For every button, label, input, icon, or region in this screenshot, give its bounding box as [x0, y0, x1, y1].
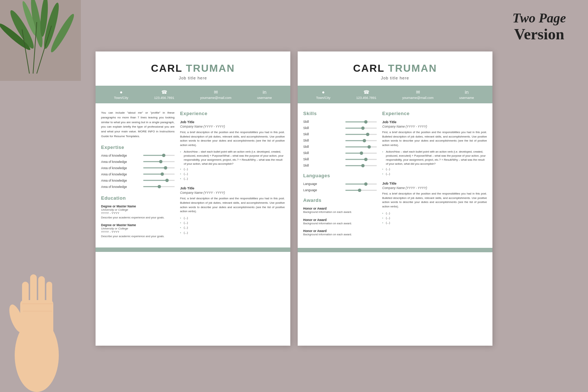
skill-fill-5 [143, 180, 167, 181]
page2-contact-bar: ● Town/City ☎ 123.456.7891 ✉ yourname@ma… [298, 86, 492, 103]
p2-fill-6 [345, 153, 361, 154]
page1-edu-entry-1: Degree or Master Name University or Coll… [101, 204, 175, 220]
p2-lang-dot-2 [358, 189, 361, 192]
p2-skill-label-6: Skill [303, 151, 338, 155]
p2-skill-5: Skill [303, 145, 377, 149]
p2-skill-label-1: Skill [303, 120, 338, 124]
page1-exp-bullet-2-4: (...) [180, 231, 285, 235]
page2-exp-job-1: Job Title [382, 120, 487, 124]
page1-body: You can include "about me" or "profile" … [96, 103, 290, 247]
p2-bar-5 [345, 146, 377, 147]
p2-bar-2 [345, 128, 377, 129]
page2-job-title: Job title here [305, 76, 485, 80]
page1-contact-location: ● Town/City [114, 89, 128, 100]
page2-full-name: CARL TRUMAN [305, 63, 485, 74]
p2-fill-4 [345, 140, 364, 141]
edu-school-1: University or College [101, 208, 175, 211]
skill-fill-1 [143, 155, 164, 156]
page2-contact-linkedin: in username [459, 89, 474, 100]
p2-bar-4 [345, 140, 377, 141]
resume-page-1: CARL TRUMAN Job title here ● Town/City ☎… [96, 51, 290, 346]
page2-awards-list: Honor or Award Background information on… [303, 207, 377, 237]
page2-exp-bullet-2-1: (...) [382, 211, 487, 215]
skill-dot-2 [159, 160, 162, 163]
page2-linkedin-text: username [459, 96, 474, 100]
page1-experience-title: Experience [180, 111, 285, 116]
page1-location-text: Town/City [114, 96, 128, 100]
resume-page-2: CARL TRUMAN Job title here ● Town/City ☎… [298, 51, 492, 346]
p2-fill-8 [345, 165, 363, 166]
page1-exp-bullet-1-3: (...) [180, 172, 285, 176]
edu-desc-1: Describe your academic experience and yo… [101, 216, 175, 220]
skill-dot-3 [164, 166, 167, 170]
plant-decoration [0, 0, 81, 81]
page2-exp-company-1: Company Name (YYYY - YYYY) [382, 125, 487, 128]
linkedin-icon: in [263, 89, 266, 95]
location-icon: ● [120, 89, 123, 95]
p2-dot-6 [360, 152, 363, 155]
skill-label-2: Area of knowledge [101, 160, 136, 164]
page2-contact-email: ✉ yourname@mail.com [402, 89, 434, 100]
skill-dot-1 [162, 154, 165, 157]
skill-label-1: Area of knowledge [101, 154, 136, 157]
page2-languages-list: Language Language [303, 182, 377, 192]
page1-expertise-title: Expertise [101, 145, 175, 150]
edu-school-2: University or College [101, 227, 175, 230]
page2-phone-text: 123.456.7891 [356, 96, 376, 100]
email-icon: ✉ [214, 89, 218, 95]
page1-last-name: TRUMAN [186, 63, 235, 74]
skill-bar-1 [143, 155, 175, 156]
page1-exp-desc-2: First, a brief description of the positi… [180, 196, 285, 214]
page1-exp-job-2: Job Title [180, 186, 285, 190]
award-2: Honor or Award Background information on… [303, 218, 377, 226]
p2-dot-5 [368, 145, 371, 149]
page2-awards-title: Awards [303, 197, 377, 203]
skill-item-2: Area of knowledge [101, 160, 175, 164]
page2-right-column: Experience Job Title Company Name (YYYY … [382, 111, 487, 240]
p2-skill-2: Skill [303, 126, 377, 130]
page2-languages-title: Languages [303, 173, 377, 178]
version-text: Version [512, 26, 566, 43]
p2-skill-label-4: Skill [303, 139, 338, 142]
edu-year-2: YYYY - YYYY [101, 230, 175, 234]
page2-exp-company-2: Company Name (YYYY - YYYY) [382, 186, 487, 190]
p2-fill-2 [345, 128, 363, 129]
page1-right-column: Experience Job Title Company Name (YYYY … [180, 111, 285, 240]
p2-skill-4: Skill [303, 139, 377, 142]
page1-exp-entry-1: Job Title Company Name (YYYY - YYYY) Fir… [180, 120, 285, 181]
skill-fill-3 [143, 167, 165, 168]
page2-left-column: Skills Skill Skill [303, 111, 377, 240]
page2-phone-icon: ☎ [363, 89, 369, 95]
edu-degree-2: Degree or Master Name [101, 223, 175, 227]
skill-bar-6 [143, 186, 175, 187]
edu-degree-1: Degree or Master Name [101, 204, 175, 208]
award-desc-2: Background information on each award. [303, 222, 377, 226]
version-label: Two Page Version [512, 11, 566, 43]
skill-label-4: Area of knowledge [101, 172, 136, 176]
page2-linkedin-icon: in [465, 89, 469, 95]
page1-exp-bullet-2-2: (...) [180, 221, 285, 225]
page1-exp-company-1: Company Name (YYYY - YYYY) [180, 125, 285, 128]
p2-dot-8 [361, 164, 365, 167]
skill-item-4: Area of knowledge [101, 172, 175, 176]
page1-edu-entry-2: Degree or Master Name University or Coll… [101, 223, 175, 239]
award-desc-3: Background information on each award. [303, 233, 377, 237]
p2-skill-1: Skill [303, 120, 377, 124]
p2-lang-2: Language [303, 188, 377, 192]
p2-bar-7 [345, 159, 377, 160]
page1-full-name: CARL TRUMAN [103, 63, 283, 74]
award-title-1: Honor or Award [303, 207, 377, 210]
skill-label-3: Area of knowledge [101, 166, 136, 170]
page2-exp-entry-2: Job Title Company Name (YYYY - YYYY) Fir… [382, 181, 487, 225]
p2-lang-bar-2 [345, 190, 377, 191]
p2-lang-fill-2 [345, 190, 359, 191]
award-desc-1: Background information on each award. [303, 210, 377, 214]
page2-skills-list: Skill Skill Skill [303, 120, 377, 167]
resume-page1-header: CARL TRUMAN Job title here [96, 51, 290, 86]
skill-dot-5 [165, 179, 169, 182]
page1-contact-email: ✉ yourname@mail.com [200, 89, 232, 100]
p2-fill-5 [345, 146, 369, 147]
page2-first-name: CARL [353, 63, 384, 74]
page1-exp-bullet-1-4: (...) [180, 177, 285, 181]
page1-left-column: You can include "about me" or "profile" … [101, 111, 175, 240]
